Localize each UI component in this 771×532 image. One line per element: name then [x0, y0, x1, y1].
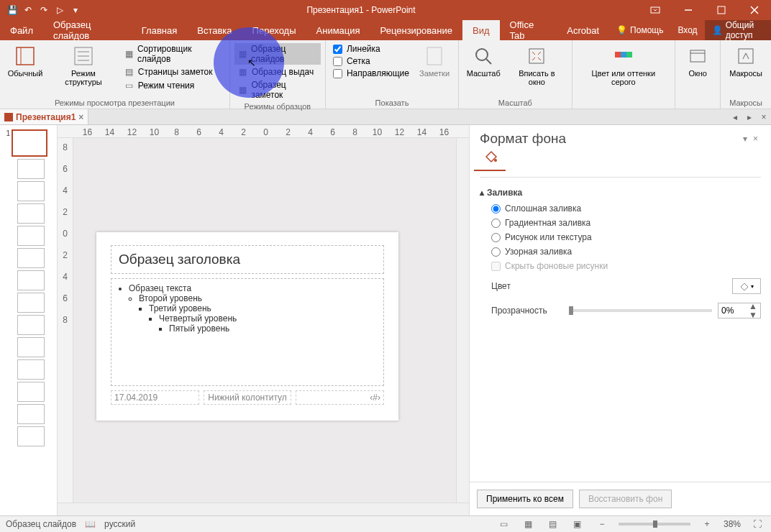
fit-window-button[interactable]: Вписать в окно	[506, 43, 567, 88]
gradient-fill-radio[interactable]: Градиентная заливка	[491, 218, 761, 228]
svg-line-11	[486, 59, 491, 64]
layout-thumbnail[interactable]	[17, 226, 45, 246]
layout-thumbnail[interactable]	[17, 203, 45, 224]
ruler-checkbox[interactable]: Линейка	[330, 43, 412, 55]
normal-view-button[interactable]: Обычный	[4, 43, 46, 79]
group-master-views: Режимы образцов	[234, 101, 321, 111]
qat-undo[interactable]: ↶	[20, 2, 36, 18]
share-button[interactable]: 👤 Общий доступ	[705, 20, 771, 40]
vertical-scrollbar[interactable]	[456, 138, 469, 503]
group-presentation-views: Режимы просмотра презентации	[4, 97, 225, 107]
normal-view-icon[interactable]: ▭	[496, 518, 512, 531]
svg-rect-16	[690, 50, 705, 62]
date-placeholder[interactable]: 17.04.2019	[111, 390, 199, 405]
scroll-left-icon[interactable]: ◂	[728, 112, 742, 122]
login-button[interactable]: Вход	[670, 25, 704, 35]
tab-acrobat[interactable]: Acrobat	[557, 20, 609, 40]
layout-thumbnail[interactable]	[17, 426, 45, 446]
format-background-pane: Формат фона ▾ × ▴ Заливка Сплошная залив…	[469, 125, 771, 515]
close-tab-icon[interactable]: ×	[78, 112, 83, 122]
status-language[interactable]: русский	[104, 519, 135, 529]
svg-rect-14	[621, 52, 626, 58]
outline-view-button[interactable]: Режим структуры	[49, 43, 118, 88]
pane-close-icon[interactable]: ×	[750, 134, 761, 144]
qat-slideshow[interactable]: ▷	[52, 2, 68, 18]
layout-thumbnail[interactable]	[17, 270, 45, 290]
color-picker[interactable]: ▾	[732, 278, 761, 294]
layout-thumbnail[interactable]	[17, 159, 45, 179]
close-all-icon[interactable]: ×	[757, 112, 771, 122]
zoom-button[interactable]: Масштаб	[463, 43, 503, 79]
footer-placeholder[interactable]: Нижний колонтитул	[204, 390, 292, 405]
close-button[interactable]	[738, 0, 771, 20]
zoom-value[interactable]: 38%	[724, 519, 741, 529]
notes-master-button[interactable]: ▦Образец заметок	[234, 79, 321, 101]
color-grayscale-button[interactable]: Цвет или оттенки серого	[577, 43, 671, 88]
horizontal-scrollbar[interactable]	[58, 503, 469, 515]
grid-checkbox[interactable]: Сетка	[330, 55, 412, 67]
layout-thumbnail[interactable]	[17, 293, 45, 313]
layout-thumbnail[interactable]	[17, 382, 45, 402]
guides-checkbox[interactable]: Направляющие	[330, 68, 412, 79]
layout-thumbnail[interactable]	[17, 359, 45, 380]
layout-thumbnail[interactable]	[17, 337, 45, 357]
spellcheck-icon[interactable]: 📖	[85, 519, 96, 529]
transparency-value[interactable]: 0%▲▼	[718, 303, 761, 318]
tab-transitions[interactable]: Переходы	[242, 20, 306, 40]
apply-all-button[interactable]: Применить ко всем	[477, 490, 573, 508]
slide-sorter-button[interactable]: ▦Сортировщик слайдов	[121, 43, 225, 65]
body-placeholder[interactable]: Образец текста Второй уровень Третий уро…	[111, 278, 384, 386]
fit-icon[interactable]: ⛶	[749, 518, 765, 531]
tab-file[interactable]: Файл	[0, 20, 43, 40]
tab-animations[interactable]: Анимация	[306, 20, 370, 40]
fill-tab-icon[interactable]	[474, 150, 506, 171]
zoom-in-icon[interactable]: +	[699, 518, 715, 531]
macros-button[interactable]: Макросы	[725, 43, 767, 79]
scroll-right-icon[interactable]: ▸	[742, 112, 757, 122]
fill-section-header[interactable]: ▴ Заливка	[470, 185, 771, 201]
reading-view-icon[interactable]: ▤	[545, 518, 561, 531]
sorter-view-icon[interactable]: ▦	[521, 518, 537, 531]
reading-view-button[interactable]: ▭Режим чтения	[121, 79, 225, 92]
vertical-ruler: 864202468	[58, 138, 73, 503]
document-tab[interactable]: Презентация1 ×	[0, 109, 88, 124]
tab-view[interactable]: Вид	[462, 20, 500, 40]
reset-background-button[interactable]: Восстановить фон	[579, 490, 672, 508]
layout-thumbnail[interactable]	[17, 404, 45, 424]
title-placeholder[interactable]: Образец заголовка	[111, 245, 384, 274]
group-zoom: Масштаб	[463, 97, 567, 107]
notes-page-button[interactable]: ▤Страницы заметок	[121, 65, 225, 78]
svg-rect-0	[651, 7, 660, 13]
layout-thumbnail[interactable]	[17, 315, 45, 335]
pane-options-icon[interactable]: ▾	[740, 134, 750, 144]
window-button[interactable]: Окно	[680, 43, 716, 79]
transparency-slider[interactable]	[569, 309, 712, 312]
slideshow-view-icon[interactable]: ▣	[570, 518, 585, 531]
thumbnail-panel: 1	[0, 125, 58, 515]
tab-slide-master[interactable]: Образец слайдов	[43, 20, 132, 40]
handout-master-button[interactable]: ▦Образец выдач	[234, 65, 321, 78]
qat-redo[interactable]: ↷	[36, 2, 52, 18]
tab-insert[interactable]: Вставка	[187, 20, 242, 40]
zoom-slider[interactable]	[619, 523, 690, 526]
layout-thumbnail[interactable]	[17, 181, 45, 201]
solid-fill-radio[interactable]: Сплошная заливка	[491, 203, 761, 214]
picture-fill-radio[interactable]: Рисунок или текстура	[491, 232, 761, 242]
slide-master-button[interactable]: ▦Образец слайдов	[234, 43, 321, 65]
tab-review[interactable]: Рецензирование	[370, 20, 462, 40]
zoom-out-icon[interactable]: −	[594, 518, 610, 531]
slidenum-placeholder[interactable]: ‹#›	[296, 390, 384, 405]
minimize-button[interactable]	[672, 0, 705, 20]
layout-thumbnail[interactable]	[17, 248, 45, 268]
ribbon-options-icon[interactable]	[639, 0, 672, 20]
maximize-button[interactable]	[705, 0, 738, 20]
qat-more[interactable]: ▾	[68, 2, 83, 18]
master-thumbnail[interactable]	[12, 129, 47, 157]
pattern-fill-radio[interactable]: Узорная заливка	[491, 247, 761, 257]
transparency-label: Прозрачность	[491, 306, 563, 316]
qat-save[interactable]: 💾	[4, 2, 20, 18]
tab-office-tab[interactable]: Office Tab	[500, 20, 557, 40]
tab-home[interactable]: Главная	[132, 20, 187, 40]
help-button[interactable]: 💡 Помощь	[609, 25, 670, 35]
slide-canvas[interactable]: Образец заголовка Образец текста Второй …	[96, 232, 398, 421]
